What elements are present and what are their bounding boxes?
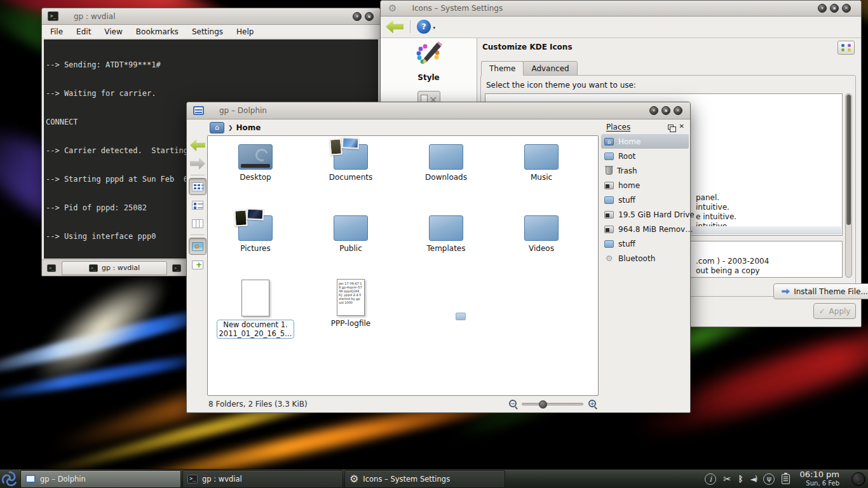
zoom-in-icon[interactable]: + <box>588 400 596 407</box>
place-item-hard-drive[interactable]: 19.5 GiB Hard Drive <box>601 207 689 222</box>
usb-device-icon[interactable]: ψ <box>763 473 775 485</box>
place-item-root[interactable]: Root <box>601 149 689 163</box>
task-button-dolphin[interactable]: gp – Dolphin <box>20 470 181 488</box>
terminal-titlebar[interactable]: >_ gp : wvdial ▾ ▪ <box>42 8 380 25</box>
zoom-slider[interactable] <box>522 403 583 405</box>
apply-button[interactable]: ✓ Apply <box>813 303 856 319</box>
dolphin-icon <box>193 106 204 115</box>
drive-icon <box>604 226 614 233</box>
place-item-stuff[interactable]: stuff <box>601 193 689 207</box>
minimize-button[interactable]: ▾ <box>649 106 658 115</box>
file-item-selected[interactable]: New document 1.2011_01_20_16_5… <box>214 280 297 339</box>
folder-label: Pictures <box>214 244 297 253</box>
maximize-button[interactable]: ▪ <box>830 4 839 13</box>
distro-logo-icon <box>1 471 18 487</box>
close-button[interactable]: ✕ <box>674 106 682 115</box>
place-label: stuff <box>618 196 635 205</box>
sidebar-item-style[interactable]: Style <box>381 41 477 82</box>
place-item-trash[interactable]: Trash <box>601 163 689 178</box>
tab-theme[interactable]: Theme <box>481 61 524 76</box>
columns-view-button[interactable] <box>189 215 207 232</box>
digital-clock[interactable]: 06:10 pm Sun, 6 Feb <box>799 470 839 487</box>
menu-view[interactable]: View <box>104 27 122 36</box>
overview-icon-button[interactable] <box>837 41 855 55</box>
dolphin-titlebar[interactable]: gp – Dolphin ▾ ▪ ✕ <box>187 102 690 119</box>
menu-edit[interactable]: Edit <box>76 27 91 36</box>
preview-button[interactable] <box>189 238 207 255</box>
terminal-tab[interactable]: >_ gp : wvdial <box>62 261 167 275</box>
panel-toolbox-cashew-icon[interactable] <box>851 472 865 486</box>
minimize-button[interactable]: ▾ <box>353 12 362 21</box>
place-item-home[interactable]: ⌂ Home <box>601 134 689 149</box>
folder-item[interactable]: Documents <box>309 144 392 182</box>
split-tab-button[interactable]: >_ <box>170 262 183 274</box>
minimize-button[interactable]: ▾ <box>818 4 827 13</box>
folder-label: Public <box>309 244 392 253</box>
folder-item[interactable]: Music <box>500 144 583 182</box>
notifications-info-icon[interactable]: i <box>705 473 716 485</box>
app-launcher-button[interactable] <box>0 470 19 488</box>
help-button[interactable]: ? ▾ <box>417 20 431 34</box>
folder-item[interactable]: Public <box>309 215 392 253</box>
places-title: Places <box>606 123 630 132</box>
place-item-removable[interactable]: 964.8 MiB Remov… <box>601 222 689 236</box>
folder-item[interactable]: Pictures <box>214 215 297 253</box>
zoom-slider-knob[interactable] <box>539 400 547 409</box>
clipboard-device-icon[interactable] <box>782 474 790 484</box>
theme-list-text: panel. <box>696 193 719 202</box>
menu-bookmarks[interactable]: Bookmarks <box>136 27 179 36</box>
icons-view-icon <box>192 182 203 191</box>
klipper-scissors-icon[interactable]: ✂ <box>723 473 731 485</box>
menu-settings[interactable]: Settings <box>192 27 223 36</box>
bluetooth-icon[interactable]: ᛒ <box>738 474 743 484</box>
home-folder-icon[interactable]: ⌂ <box>210 122 224 133</box>
menu-help[interactable]: Help <box>236 27 254 36</box>
close-button[interactable]: ✕ <box>842 4 851 13</box>
folder-item[interactable]: Downloads <box>405 144 487 182</box>
icons-view-button[interactable] <box>189 178 207 195</box>
back-button[interactable] <box>189 137 207 154</box>
folder-item[interactable]: Videos <box>500 215 583 253</box>
float-panel-icon[interactable] <box>668 125 674 130</box>
blank-document-icon <box>241 280 269 316</box>
details-view-button[interactable] <box>189 196 207 214</box>
scrollbar-thumb[interactable] <box>846 95 851 225</box>
maximize-button[interactable]: ▪ <box>661 106 670 115</box>
split-view-icon <box>192 261 203 269</box>
volume-icon[interactable]: ◄) <box>750 475 757 484</box>
settings-titlebar[interactable]: ⚙ Icons – System Settings ▾ ▪ ✕ <box>381 1 861 17</box>
place-item-bluetooth[interactable]: ⚙ Bluetooth <box>601 251 689 266</box>
task-button-system-settings[interactable]: ⚙ Icons – System Settings <box>344 470 505 488</box>
install-theme-button[interactable]: Install Theme File... <box>773 283 868 299</box>
split-view-button[interactable] <box>189 256 207 273</box>
folder-label: Documents <box>309 173 392 182</box>
new-tab-button[interactable]: >_ <box>45 262 58 274</box>
toolbar-separator <box>191 175 205 175</box>
menu-file[interactable]: File <box>50 27 63 36</box>
dot-icon <box>848 48 851 51</box>
zoom-out-icon[interactable]: − <box>509 400 517 407</box>
theme-description-text: .com ) - 2003-2004 <box>696 257 769 266</box>
dot-icon <box>841 48 844 51</box>
place-item-home-drive[interactable]: home <box>601 178 689 193</box>
tab-advanced[interactable]: Advanced <box>523 61 577 76</box>
folder-view[interactable]: Desktop Documents Downloads Music <box>207 135 599 396</box>
breadcrumb-home[interactable]: Home <box>236 123 261 132</box>
folder-item[interactable]: Templates <box>405 215 487 253</box>
place-item-stuff2[interactable]: stuff <box>601 236 689 251</box>
close-panel-icon[interactable]: ✕ <box>679 123 684 130</box>
file-item[interactable]: Jan 17 09:47:18 gp-Aspire-5738 pppd[1946… <box>309 279 392 328</box>
trash-icon <box>606 166 613 175</box>
preview-icon <box>192 242 203 251</box>
arrow-right-icon <box>190 158 205 170</box>
forward-button[interactable] <box>189 155 207 172</box>
list-scrollbar[interactable] <box>845 93 852 278</box>
terminal-line: --> Waiting for carrier. <box>46 89 376 98</box>
folder-item[interactable]: Desktop <box>214 144 297 182</box>
maximize-button[interactable]: ▪ <box>365 12 374 21</box>
back-button[interactable] <box>386 20 403 34</box>
apply-label: Apply <box>829 307 851 316</box>
terminal-icon: >_ <box>187 475 198 484</box>
swirl-decoration <box>254 147 271 164</box>
task-button-wvdial[interactable]: >_ gp : wvdial <box>182 470 343 488</box>
